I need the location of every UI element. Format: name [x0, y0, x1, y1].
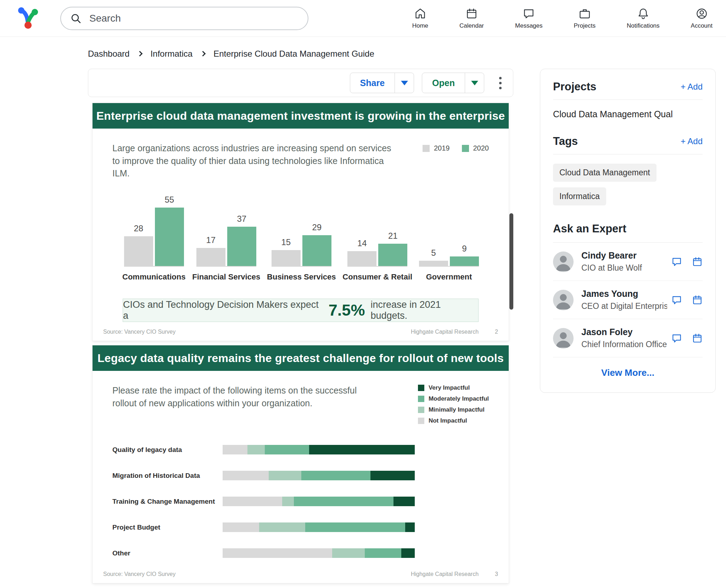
account-icon — [696, 7, 708, 20]
legend-swatch — [462, 145, 469, 152]
message-expert-icon[interactable] — [671, 333, 682, 344]
legend-entry: Not Impactful — [418, 417, 489, 424]
bar-2019 — [419, 261, 448, 266]
bar-group: 59Government — [419, 244, 479, 282]
project-list-item[interactable]: Cloud Data Management Qual — [553, 109, 703, 119]
chart2-legend: Very ImpactfulModerately ImpactfulMinima… — [418, 384, 489, 424]
bar-2019 — [196, 248, 225, 266]
breadcrumb-informatica[interactable]: Informatica — [150, 49, 192, 59]
chevron-right-icon — [137, 51, 143, 56]
view-more-link[interactable]: View More... — [553, 357, 703, 378]
stacked-bar-segment — [305, 522, 405, 532]
stacked-bar-segment — [294, 497, 394, 506]
breadcrumb: Dashboard Informatica Enterprise Cloud D… — [88, 49, 726, 59]
bar-2019 — [347, 251, 376, 266]
slide-footer: Source: Vancery CIO Survey Highgate Capi… — [103, 329, 498, 335]
bar-group: 2855Communications — [122, 195, 185, 282]
tag-chip[interactable]: Informatica — [553, 187, 606, 205]
bar-2020 — [450, 256, 479, 266]
stacked-bar-label: Other — [112, 549, 223, 557]
tag-chip[interactable]: Cloud Data Management — [553, 164, 657, 182]
bar-value-label: 14 — [357, 238, 367, 248]
app-logo-icon[interactable] — [15, 6, 40, 31]
avatar — [553, 328, 574, 349]
share-dropdown-button[interactable] — [395, 73, 414, 93]
search-input[interactable] — [89, 12, 298, 24]
stacked-bar-label: Migration of Historical Data — [112, 472, 223, 480]
bar-value-label: 5 — [431, 248, 436, 258]
legend-entry: Minimally Impactful — [418, 406, 489, 413]
stacked-bar-row: Project Budget — [112, 522, 489, 532]
avatar — [553, 251, 574, 272]
legend-label: Moderately Impactful — [429, 395, 489, 402]
more-options-button[interactable] — [496, 74, 504, 92]
nav-label: Calendar — [459, 22, 484, 29]
stacked-bar-row: Other — [112, 548, 489, 558]
bar-value-label: 9 — [462, 244, 467, 254]
open-button[interactable]: Open — [422, 73, 465, 93]
stacked-bar-label: Training & Change Management — [112, 498, 223, 505]
stacked-bar-row: Quality of legacy data — [112, 445, 489, 454]
add-tag-button[interactable]: + Add — [681, 136, 703, 146]
nav-item-calendar[interactable]: Calendar — [459, 7, 484, 29]
message-expert-icon[interactable] — [671, 256, 682, 267]
bar-value-label: 17 — [206, 235, 216, 245]
tags-section-title: Tags — [553, 135, 578, 148]
nav-item-account[interactable]: Account — [691, 7, 713, 29]
share-button-group: Share — [350, 73, 414, 93]
add-project-button[interactable]: + Add — [681, 82, 703, 92]
nav-item-home[interactable]: Home — [412, 7, 428, 29]
stacked-bar-segment — [393, 497, 415, 506]
nav-item-projects[interactable]: Projects — [574, 7, 596, 29]
bar-value-label: 28 — [134, 224, 143, 233]
slide-footer: Source: Vancery CIO Survey Highgate Capi… — [103, 571, 498, 577]
document-toolbar: Share Open — [88, 69, 513, 97]
nav-label: Projects — [574, 22, 596, 29]
chevron-right-icon — [200, 51, 206, 56]
stacked-bar-segment — [401, 548, 415, 558]
stacked-bar-segment — [247, 445, 265, 454]
stacked-bar — [223, 522, 415, 532]
document-scrollbar[interactable] — [509, 213, 513, 310]
bar-category-label: Government — [426, 272, 472, 282]
schedule-expert-icon[interactable] — [692, 333, 703, 344]
open-dropdown-button[interactable] — [465, 73, 484, 93]
breadcrumb-dashboard[interactable]: Dashboard — [88, 49, 129, 59]
search-icon — [70, 13, 82, 24]
bar-group: 1421Consumer & Retail — [342, 231, 412, 282]
stacked-bar-segment — [223, 522, 259, 532]
stacked-bar — [223, 497, 415, 506]
expert-row: Jason Foley Chief Information Officer at… — [553, 319, 703, 357]
schedule-expert-icon[interactable] — [692, 295, 703, 305]
stacked-bar-segment — [223, 471, 269, 480]
bar-value-label: 15 — [281, 237, 291, 247]
slide-page-2: Enterprise cloud data management investm… — [93, 103, 509, 341]
stacked-bar-label: Project Budget — [112, 524, 223, 531]
nav-item-messages[interactable]: Messages — [515, 7, 542, 29]
stacked-bar-segment — [370, 471, 415, 480]
schedule-expert-icon[interactable] — [692, 256, 703, 267]
stacked-bar-segment — [269, 471, 301, 480]
legend-swatch — [418, 385, 424, 391]
stacked-bar-row: Migration of Historical Data — [112, 471, 489, 480]
nav-item-notifications[interactable]: Notifications — [627, 7, 660, 29]
expert-row: James Young CEO at Digital Enterprise So… — [553, 281, 703, 319]
legend-swatch — [418, 407, 424, 413]
legend-label: Very Impactful — [429, 384, 470, 391]
legend-entry: 2019 — [423, 144, 450, 152]
chart1-legend: 20192020 — [423, 144, 489, 152]
research-label: Highgate Capital Research — [411, 571, 479, 577]
slide-page-3: Legacy data quality remains the greatest… — [93, 345, 509, 583]
callout-suffix: increase in 2021 budgets. — [370, 299, 478, 321]
search-bar[interactable] — [60, 7, 308, 30]
message-expert-icon[interactable] — [671, 295, 682, 305]
home-icon — [414, 7, 426, 20]
projects-icon — [579, 7, 591, 20]
stacked-bar-segment — [365, 548, 401, 558]
expert-subtitle: Chief Information Officer at Fir... — [581, 340, 667, 349]
ask-an-expert-title: Ask an Expert — [553, 222, 703, 243]
bar-category-label: Business Services — [267, 272, 336, 282]
share-button[interactable]: Share — [350, 73, 395, 93]
legend-entry: Moderately Impactful — [418, 395, 489, 402]
bar-category-label: Consumer & Retail — [342, 272, 412, 282]
